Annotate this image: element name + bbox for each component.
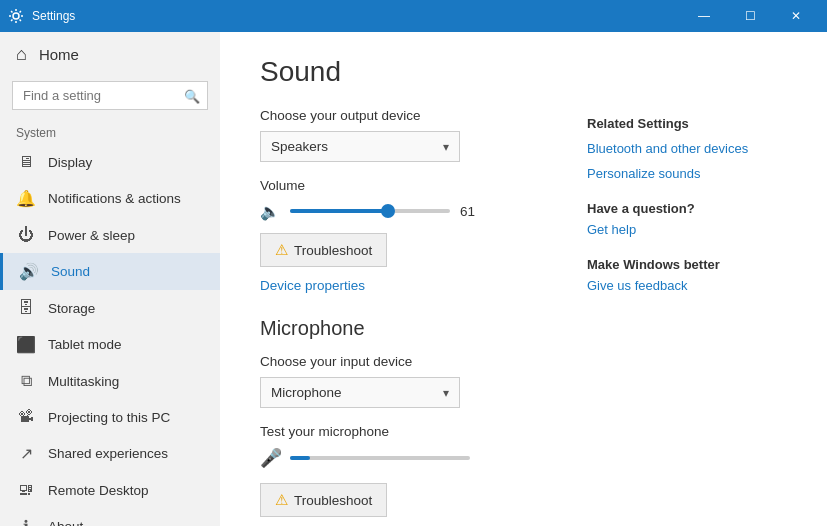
power-icon: ⏻ (16, 226, 36, 244)
sidebar-item-label-display: Display (48, 155, 92, 170)
sidebar-item-notifications[interactable]: 🔔 Notifications & actions (0, 180, 220, 217)
have-question-label: Have a question? (587, 201, 787, 216)
storage-icon: 🗄 (16, 299, 36, 317)
dropdown-arrow-mic-icon: ▾ (443, 386, 449, 400)
test-mic-row: 🎤 (260, 447, 547, 469)
make-windows-label: Make Windows better (587, 257, 787, 272)
sidebar-item-shared[interactable]: ↗ Shared experiences (0, 435, 220, 472)
volume-row: 🔈 61 (260, 201, 547, 221)
sidebar-item-label-storage: Storage (48, 301, 95, 316)
sidebar-item-display[interactable]: 🖥 Display (0, 144, 220, 180)
sidebar-item-label-remote: Remote Desktop (48, 483, 149, 498)
test-mic-fill (290, 456, 310, 460)
bluetooth-link[interactable]: Bluetooth and other devices (587, 141, 787, 156)
notifications-icon: 🔔 (16, 189, 36, 208)
display-icon: 🖥 (16, 153, 36, 171)
volume-section: Volume 🔈 61 (260, 178, 547, 221)
device-properties-output-link[interactable]: Device properties (260, 278, 365, 293)
warning-icon: ⚠ (275, 241, 288, 259)
title-bar: Settings — ☐ ✕ (0, 0, 827, 32)
sidebar-item-label-sound: Sound (51, 264, 90, 279)
minimize-button[interactable]: — (681, 0, 727, 32)
test-mic-track (290, 456, 470, 460)
sidebar-item-label-about: About (48, 519, 83, 526)
input-device-dropdown[interactable]: Microphone ▾ (260, 377, 460, 408)
search-icon: 🔍 (184, 88, 200, 103)
home-icon: ⌂ (16, 44, 27, 65)
output-device-label: Choose your output device (260, 108, 547, 123)
get-help-link[interactable]: Get help (587, 222, 787, 237)
sound-icon: 🔊 (19, 262, 39, 281)
sidebar-item-sound[interactable]: 🔊 Sound (0, 253, 220, 290)
sidebar-item-label-notifications: Notifications & actions (48, 191, 181, 206)
title-bar-left: Settings (8, 8, 75, 24)
right-panel: Related Settings Bluetooth and other dev… (587, 56, 787, 502)
sidebar-item-about[interactable]: ℹ About (0, 508, 220, 526)
sidebar-item-label-tablet: Tablet mode (48, 337, 122, 352)
app-body: ⌂ Home 🔍 System 🖥 Display 🔔 Notification… (0, 32, 827, 526)
sidebar: ⌂ Home 🔍 System 🖥 Display 🔔 Notification… (0, 32, 220, 526)
input-device-label: Choose your input device (260, 354, 547, 369)
tablet-icon: ⬛ (16, 335, 36, 354)
test-mic-label: Test your microphone (260, 424, 547, 439)
output-device-selected: Speakers (271, 139, 328, 154)
sidebar-item-multitasking[interactable]: ⧉ Multitasking (0, 363, 220, 399)
sidebar-item-label-multitasking: Multitasking (48, 374, 119, 389)
sidebar-section-label: System (0, 118, 220, 144)
sidebar-item-tablet[interactable]: ⬛ Tablet mode (0, 326, 220, 363)
sidebar-item-label-shared: Shared experiences (48, 446, 168, 461)
close-button[interactable]: ✕ (773, 0, 819, 32)
page-title: Sound (260, 56, 547, 88)
troubleshoot-mic-label: Troubleshoot (294, 493, 372, 508)
content-area: Sound Choose your output device Speakers… (260, 56, 547, 502)
slider-track (290, 209, 450, 213)
slider-fill (290, 209, 388, 213)
about-icon: ℹ (16, 517, 36, 526)
microphone-title: Microphone (260, 317, 547, 340)
sidebar-item-projecting[interactable]: 📽 Projecting to this PC (0, 399, 220, 435)
dropdown-arrow-icon: ▾ (443, 140, 449, 154)
volume-speaker-icon: 🔈 (260, 202, 280, 221)
sidebar-item-home[interactable]: ⌂ Home (0, 32, 220, 77)
warning-mic-icon: ⚠ (275, 491, 288, 509)
shared-icon: ↗ (16, 444, 36, 463)
give-feedback-link[interactable]: Give us feedback (587, 278, 787, 293)
troubleshoot-output-button[interactable]: ⚠ Troubleshoot (260, 233, 387, 267)
personalize-sounds-link[interactable]: Personalize sounds (587, 166, 787, 181)
remote-icon: 🖳 (16, 481, 36, 499)
main-content: Sound Choose your output device Speakers… (220, 32, 827, 526)
volume-slider[interactable] (290, 201, 450, 221)
title-bar-controls: — ☐ ✕ (681, 0, 819, 32)
slider-thumb[interactable] (381, 204, 395, 218)
projecting-icon: 📽 (16, 408, 36, 426)
input-device-selected: Microphone (271, 385, 342, 400)
settings-app-icon (8, 8, 24, 24)
title-bar-title: Settings (32, 9, 75, 23)
troubleshoot-output-label: Troubleshoot (294, 243, 372, 258)
output-device-dropdown[interactable]: Speakers ▾ (260, 131, 460, 162)
search-box: 🔍 (12, 81, 208, 110)
multitasking-icon: ⧉ (16, 372, 36, 390)
sidebar-item-power[interactable]: ⏻ Power & sleep (0, 217, 220, 253)
microphone-icon: 🎤 (260, 447, 282, 469)
svg-point-0 (13, 13, 19, 19)
related-settings-title: Related Settings (587, 116, 787, 131)
volume-value: 61 (460, 204, 475, 219)
sidebar-item-label-power: Power & sleep (48, 228, 135, 243)
search-input[interactable] (12, 81, 208, 110)
maximize-button[interactable]: ☐ (727, 0, 773, 32)
volume-label: Volume (260, 178, 547, 193)
sidebar-item-storage[interactable]: 🗄 Storage (0, 290, 220, 326)
sidebar-item-remote[interactable]: 🖳 Remote Desktop (0, 472, 220, 508)
sidebar-home-label: Home (39, 46, 79, 63)
sidebar-item-label-projecting: Projecting to this PC (48, 410, 170, 425)
troubleshoot-mic-button[interactable]: ⚠ Troubleshoot (260, 483, 387, 517)
